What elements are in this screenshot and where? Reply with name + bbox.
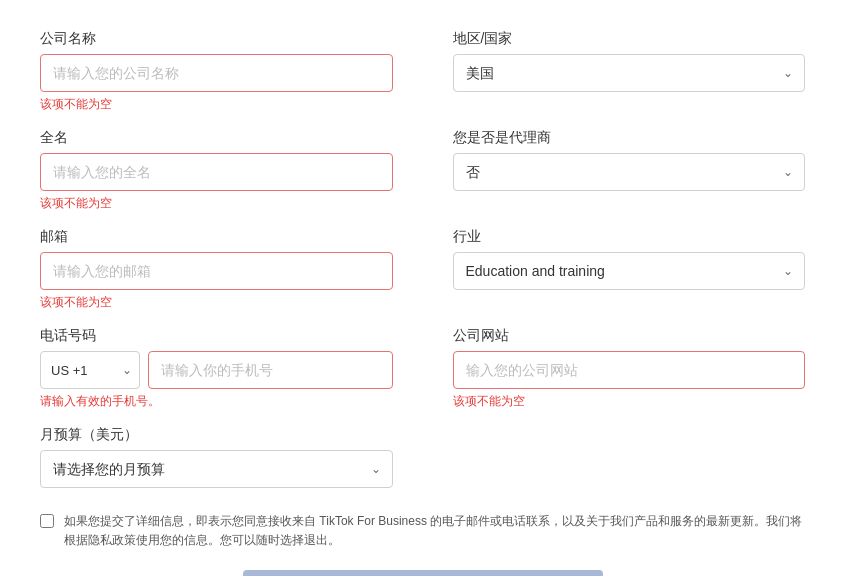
phone-input[interactable]: [148, 351, 393, 389]
monthly-budget-group: 月预算（美元） 请选择您的月预算 ⌄: [40, 426, 393, 488]
full-name-group: 全名 该项不能为空: [40, 129, 393, 212]
email-input[interactable]: [40, 252, 393, 290]
is-agent-select[interactable]: 否: [453, 153, 806, 191]
region-group: 地区/国家 美国 ⌄: [453, 30, 806, 113]
is-agent-label: 您是否是代理商: [453, 129, 806, 147]
company-name-label: 公司名称: [40, 30, 393, 48]
region-select[interactable]: 美国: [453, 54, 806, 92]
email-group: 邮箱 该项不能为空: [40, 228, 393, 311]
industry-group: 行业 Education and training ⌄: [453, 228, 806, 311]
region-label: 地区/国家: [453, 30, 806, 48]
company-website-input[interactable]: [453, 351, 806, 389]
company-website-error: 该项不能为空: [453, 393, 806, 410]
monthly-budget-label: 月预算（美元）: [40, 426, 393, 444]
empty-spacer: [453, 426, 806, 512]
company-name-group: 公司名称 该项不能为空: [40, 30, 393, 113]
is-agent-group: 您是否是代理商 否 ⌄: [453, 129, 806, 212]
full-name-error: 该项不能为空: [40, 195, 393, 212]
consent-checkbox[interactable]: [40, 514, 54, 528]
region-select-wrapper: 美国 ⌄: [453, 54, 806, 92]
industry-select[interactable]: Education and training: [453, 252, 806, 290]
full-name-input[interactable]: [40, 153, 393, 191]
phone-error: 请输入有效的手机号。: [40, 393, 393, 410]
email-error: 该项不能为空: [40, 294, 393, 311]
email-label: 邮箱: [40, 228, 393, 246]
phone-label: 电话号码: [40, 327, 393, 345]
phone-group: 电话号码 US +1 ⌄ 请输入有效的手机号。: [40, 327, 393, 410]
phone-row: US +1 ⌄: [40, 351, 393, 389]
company-name-error: 该项不能为空: [40, 96, 393, 113]
company-name-input[interactable]: [40, 54, 393, 92]
consent-row: 如果您提交了详细信息，即表示您同意接收来自 TikTok For Busines…: [40, 512, 805, 550]
full-name-label: 全名: [40, 129, 393, 147]
monthly-budget-select[interactable]: 请选择您的月预算: [40, 450, 393, 488]
phone-country-wrapper: US +1 ⌄: [40, 351, 140, 389]
monthly-budget-select-wrapper: 请选择您的月预算 ⌄: [40, 450, 393, 488]
industry-label: 行业: [453, 228, 806, 246]
submit-button[interactable]: 提交: [243, 570, 603, 576]
phone-country-select[interactable]: US +1: [40, 351, 140, 389]
consent-text: 如果您提交了详细信息，即表示您同意接收来自 TikTok For Busines…: [64, 512, 805, 550]
industry-select-wrapper: Education and training ⌄: [453, 252, 806, 290]
is-agent-select-wrapper: 否 ⌄: [453, 153, 806, 191]
submit-container: 提交: [40, 570, 805, 576]
company-website-label: 公司网站: [453, 327, 806, 345]
company-website-group: 公司网站 该项不能为空: [453, 327, 806, 410]
